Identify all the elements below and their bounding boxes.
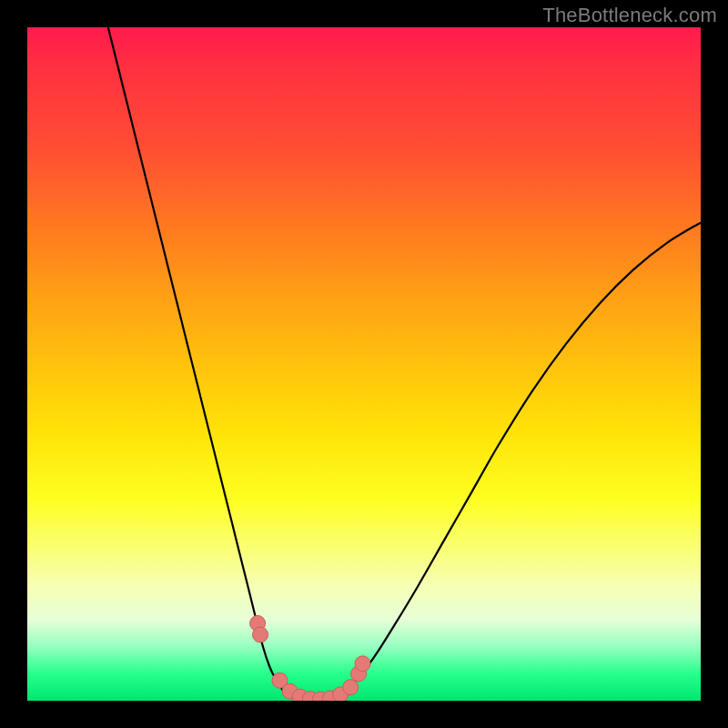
marker-group (250, 615, 370, 701)
data-marker (253, 627, 268, 642)
chart-frame: TheBottleneck.com (0, 0, 728, 728)
plot-area (27, 27, 701, 701)
chart-svg (27, 27, 701, 701)
watermark-text: TheBottleneck.com (542, 4, 717, 27)
curve-left-branch (108, 27, 297, 698)
data-marker (355, 656, 370, 672)
curve-right-branch (344, 223, 701, 692)
data-marker (343, 680, 359, 695)
